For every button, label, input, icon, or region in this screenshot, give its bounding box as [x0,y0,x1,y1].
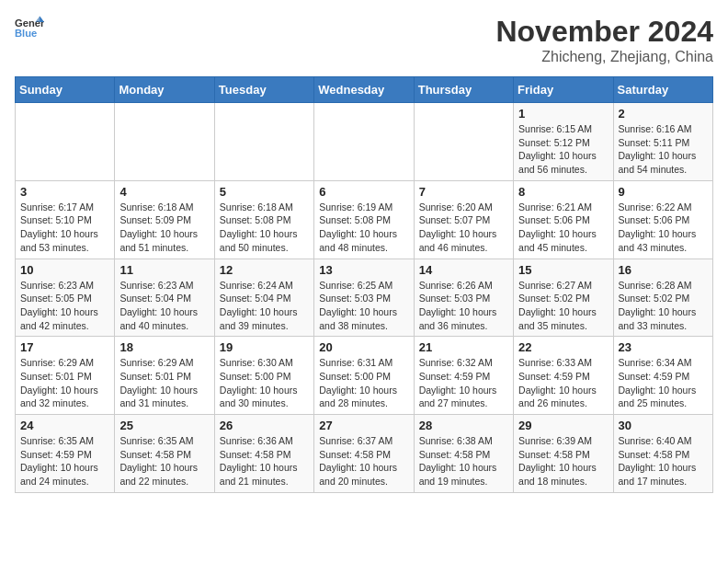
day-info: Sunrise: 6:23 AM Sunset: 5:04 PM Dayligh… [119,279,209,333]
day-info: Sunrise: 6:32 AM Sunset: 4:59 PM Dayligh… [419,356,508,410]
calendar-cell: 7Sunrise: 6:20 AM Sunset: 5:07 PM Daylig… [414,180,513,259]
day-info: Sunrise: 6:35 AM Sunset: 4:59 PM Dayligh… [20,434,109,488]
day-info: Sunrise: 6:22 AM Sunset: 5:06 PM Dayligh… [619,201,708,255]
weekday-header-row: SundayMondayTuesdayWednesdayThursdayFrid… [16,77,713,103]
day-number: 18 [119,340,209,354]
day-info: Sunrise: 6:30 AM Sunset: 5:00 PM Dayligh… [220,356,309,410]
calendar-cell [115,103,214,181]
weekday-header-saturday: Saturday [613,77,712,103]
day-number: 25 [119,419,209,432]
day-number: 2 [619,107,708,121]
day-number: 24 [20,419,109,432]
calendar-cell: 8Sunrise: 6:21 AM Sunset: 5:06 PM Daylig… [514,180,613,259]
day-info: Sunrise: 6:35 AM Sunset: 4:58 PM Dayligh… [119,434,209,488]
calendar-cell [16,103,115,181]
calendar-cell: 24Sunrise: 6:35 AM Sunset: 4:59 PM Dayli… [16,415,115,493]
calendar-cell: 30Sunrise: 6:40 AM Sunset: 4:58 PM Dayli… [613,415,712,493]
calendar-cell: 20Sunrise: 6:31 AM Sunset: 5:00 PM Dayli… [314,337,414,415]
day-number: 5 [220,185,309,199]
calendar-cell: 11Sunrise: 6:23 AM Sunset: 5:04 PM Dayli… [115,259,214,337]
weekday-header-friday: Friday [514,77,613,103]
calendar-cell: 2Sunrise: 6:16 AM Sunset: 5:11 PM Daylig… [613,103,712,181]
calendar-cell: 15Sunrise: 6:27 AM Sunset: 5:02 PM Dayli… [514,259,613,337]
day-number: 1 [518,107,608,121]
day-info: Sunrise: 6:24 AM Sunset: 5:04 PM Dayligh… [220,279,309,333]
title-area: November 2024 Zhicheng, Zhejiang, China [495,15,713,65]
svg-text:Blue: Blue [15,28,37,39]
day-info: Sunrise: 6:37 AM Sunset: 4:58 PM Dayligh… [319,434,408,488]
calendar-cell: 21Sunrise: 6:32 AM Sunset: 4:59 PM Dayli… [414,337,513,415]
day-info: Sunrise: 6:20 AM Sunset: 5:07 PM Dayligh… [419,201,508,255]
day-info: Sunrise: 6:31 AM Sunset: 5:00 PM Dayligh… [319,356,408,410]
weekday-header-wednesday: Wednesday [314,77,414,103]
day-info: Sunrise: 6:18 AM Sunset: 5:09 PM Dayligh… [119,201,209,255]
day-number: 11 [119,263,209,277]
day-number: 8 [518,185,608,199]
day-number: 19 [220,340,309,354]
calendar-table: SundayMondayTuesdayWednesdayThursdayFrid… [15,76,713,493]
day-info: Sunrise: 6:39 AM Sunset: 4:58 PM Dayligh… [518,434,608,488]
day-number: 17 [20,340,109,354]
day-info: Sunrise: 6:16 AM Sunset: 5:11 PM Dayligh… [619,122,708,177]
calendar-cell: 16Sunrise: 6:28 AM Sunset: 5:02 PM Dayli… [613,259,712,337]
day-info: Sunrise: 6:28 AM Sunset: 5:02 PM Dayligh… [619,279,708,333]
day-info: Sunrise: 6:33 AM Sunset: 4:59 PM Dayligh… [518,356,608,410]
calendar-cell: 10Sunrise: 6:23 AM Sunset: 5:05 PM Dayli… [16,259,115,337]
month-title: November 2024 [495,15,713,49]
day-info: Sunrise: 6:23 AM Sunset: 5:05 PM Dayligh… [20,279,109,333]
day-info: Sunrise: 6:18 AM Sunset: 5:08 PM Dayligh… [220,201,309,255]
calendar-cell: 23Sunrise: 6:34 AM Sunset: 4:59 PM Dayli… [613,337,712,415]
day-number: 15 [518,263,608,277]
day-info: Sunrise: 6:34 AM Sunset: 4:59 PM Dayligh… [619,356,708,410]
calendar-cell: 5Sunrise: 6:18 AM Sunset: 5:08 PM Daylig… [214,180,313,259]
weekday-header-tuesday: Tuesday [214,77,313,103]
day-info: Sunrise: 6:38 AM Sunset: 4:58 PM Dayligh… [419,434,508,488]
page-header: General Blue November 2024 Zhicheng, Zhe… [15,15,713,65]
day-number: 16 [619,263,708,277]
day-number: 6 [319,185,408,199]
day-info: Sunrise: 6:29 AM Sunset: 5:01 PM Dayligh… [20,356,109,410]
calendar-cell: 1Sunrise: 6:15 AM Sunset: 5:12 PM Daylig… [514,103,613,181]
calendar-cell: 17Sunrise: 6:29 AM Sunset: 5:01 PM Dayli… [16,337,115,415]
calendar-week-row: 1Sunrise: 6:15 AM Sunset: 5:12 PM Daylig… [16,103,713,181]
day-number: 23 [619,340,708,354]
calendar-cell: 22Sunrise: 6:33 AM Sunset: 4:59 PM Dayli… [514,337,613,415]
calendar-cell: 3Sunrise: 6:17 AM Sunset: 5:10 PM Daylig… [16,180,115,259]
day-number: 3 [20,185,109,199]
day-number: 10 [20,263,109,277]
day-info: Sunrise: 6:40 AM Sunset: 4:58 PM Dayligh… [619,434,708,488]
day-number: 12 [220,263,309,277]
logo: General Blue [15,15,44,40]
calendar-cell [214,103,313,181]
day-number: 22 [518,340,608,354]
weekday-header-monday: Monday [115,77,214,103]
day-info: Sunrise: 6:29 AM Sunset: 5:01 PM Dayligh… [119,356,209,410]
day-number: 14 [419,263,508,277]
day-info: Sunrise: 6:27 AM Sunset: 5:02 PM Dayligh… [518,279,608,333]
day-number: 26 [220,419,309,432]
calendar-week-row: 3Sunrise: 6:17 AM Sunset: 5:10 PM Daylig… [16,180,713,259]
calendar-cell: 29Sunrise: 6:39 AM Sunset: 4:58 PM Dayli… [514,415,613,493]
calendar-cell [314,103,414,181]
day-info: Sunrise: 6:36 AM Sunset: 4:58 PM Dayligh… [220,434,309,488]
day-info: Sunrise: 6:17 AM Sunset: 5:10 PM Dayligh… [20,201,109,255]
day-number: 7 [419,185,508,199]
day-number: 30 [619,419,708,432]
calendar-cell [414,103,513,181]
calendar-cell: 6Sunrise: 6:19 AM Sunset: 5:08 PM Daylig… [314,180,414,259]
calendar-cell: 27Sunrise: 6:37 AM Sunset: 4:58 PM Dayli… [314,415,414,493]
day-number: 20 [319,340,408,354]
day-number: 9 [619,185,708,199]
calendar-cell: 4Sunrise: 6:18 AM Sunset: 5:09 PM Daylig… [115,180,214,259]
day-number: 4 [119,185,209,199]
calendar-cell: 19Sunrise: 6:30 AM Sunset: 5:00 PM Dayli… [214,337,313,415]
calendar-cell: 25Sunrise: 6:35 AM Sunset: 4:58 PM Dayli… [115,415,214,493]
day-info: Sunrise: 6:19 AM Sunset: 5:08 PM Dayligh… [319,201,408,255]
day-number: 28 [419,419,508,432]
day-info: Sunrise: 6:21 AM Sunset: 5:06 PM Dayligh… [518,201,608,255]
calendar-cell: 28Sunrise: 6:38 AM Sunset: 4:58 PM Dayli… [414,415,513,493]
location-title: Zhicheng, Zhejiang, China [495,49,713,65]
calendar-week-row: 17Sunrise: 6:29 AM Sunset: 5:01 PM Dayli… [16,337,713,415]
day-number: 29 [518,419,608,432]
weekday-header-sunday: Sunday [16,77,115,103]
